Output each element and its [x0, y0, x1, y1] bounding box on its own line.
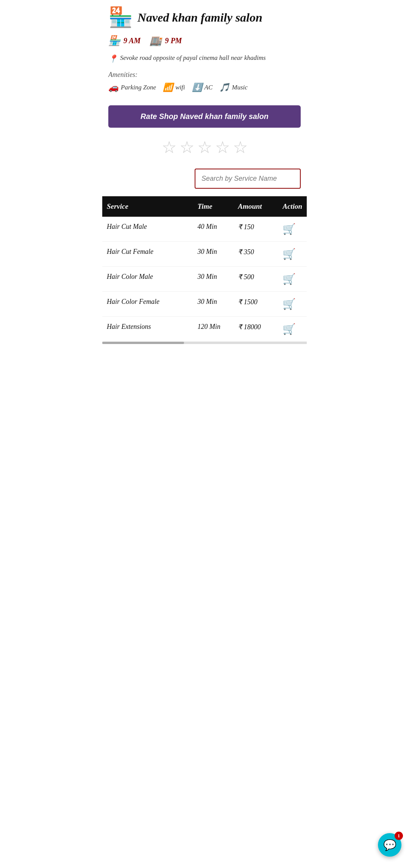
table-row: Hair Color Male 30 Min ₹ 500 🛒 [102, 267, 307, 292]
shop-header: 🏪 Naved khan family salon [102, 0, 307, 31]
search-input[interactable] [195, 169, 301, 189]
service-name: Hair Color Female [102, 292, 193, 317]
add-to-cart-button[interactable]: 🛒 [283, 298, 296, 310]
add-to-cart-button[interactable]: 🛒 [283, 223, 296, 235]
service-amount: ₹ 150 [233, 217, 278, 242]
table-header: Service Time Amount Action [102, 196, 307, 217]
cart-icon: 🛒 [283, 223, 296, 235]
service-name: Hair Color Male [102, 267, 193, 292]
service-time: 30 Min [193, 292, 233, 317]
location-pin-icon: 📍 [108, 54, 118, 63]
wifi-icon: 📶 [163, 83, 173, 92]
parking-icon: 🚗 [108, 83, 119, 92]
cart-icon: 🛒 [283, 248, 296, 260]
service-action[interactable]: 🛒 [278, 317, 307, 342]
service-action[interactable]: 🛒 [278, 267, 307, 292]
services-table: Service Time Amount Action Hair Cut Male… [102, 196, 307, 342]
close-time-label: 9 PM [165, 36, 182, 45]
amenity-ac-label: AC [204, 84, 213, 91]
service-amount: ₹ 350 [233, 242, 278, 267]
amenity-wifi: 📶 wifi [163, 83, 185, 92]
services-tbody: Hair Cut Male 40 Min ₹ 150 🛒 Hair Cut Fe… [102, 217, 307, 342]
star-5[interactable]: ☆ [233, 138, 248, 157]
add-to-cart-button[interactable]: 🛒 [283, 273, 296, 285]
hours-row: 🏪 9 AM 🏬 9 PM [102, 31, 307, 50]
add-to-cart-button[interactable]: 🛒 [283, 248, 296, 260]
amenity-ac: ⬇️ AC [192, 83, 213, 92]
rate-shop-button[interactable]: Rate Shop Naved khan family salon [108, 105, 301, 128]
star-3[interactable]: ☆ [197, 138, 212, 157]
cart-icon: 🛒 [283, 323, 296, 335]
shop-title: Naved khan family salon [137, 11, 262, 25]
table-row: Hair Color Female 30 Min ₹ 1500 🛒 [102, 292, 307, 317]
ac-icon: ⬇️ [192, 83, 202, 92]
service-name: Hair Cut Male [102, 217, 193, 242]
service-name: Hair Cut Female [102, 242, 193, 267]
amenities-section: Amenities: 🚗 Parking Zone 📶 wifi ⬇️ AC 🎵… [102, 67, 307, 96]
amenity-parking-label: Parking Zone [121, 84, 156, 91]
open-time-label: 9 AM [123, 36, 140, 45]
search-row [102, 165, 307, 196]
close-time: 🏬 9 PM [150, 35, 182, 47]
amenity-music-label: Music [232, 84, 248, 91]
service-amount: ₹ 500 [233, 267, 278, 292]
amenity-music: 🎵 Music [219, 83, 248, 92]
col-service: Service [102, 196, 193, 217]
table-row: Hair Cut Male 40 Min ₹ 150 🛒 [102, 217, 307, 242]
stars-rating[interactable]: ☆ ☆ ☆ ☆ ☆ [102, 134, 307, 165]
service-name: Hair Extensions [102, 317, 193, 342]
col-action: Action [278, 196, 307, 217]
location-row: 📍 Sevoke road opposite of payal cinema h… [102, 50, 307, 67]
service-time: 120 Min [193, 317, 233, 342]
service-time: 40 Min [193, 217, 233, 242]
location-text: Sevoke road opposite of payal cinema hal… [120, 54, 266, 62]
cart-icon: 🛒 [283, 273, 296, 285]
star-1[interactable]: ☆ [162, 138, 176, 157]
scrollbar-thumb[interactable] [102, 342, 184, 344]
amenity-parking: 🚗 Parking Zone [108, 83, 156, 92]
cart-icon: 🛒 [283, 298, 296, 310]
service-action[interactable]: 🛒 [278, 292, 307, 317]
star-2[interactable]: ☆ [180, 138, 194, 157]
service-amount: ₹ 18000 [233, 317, 278, 342]
service-time: 30 Min [193, 242, 233, 267]
service-amount: ₹ 1500 [233, 292, 278, 317]
shop-icon: 🏪 [108, 8, 133, 27]
service-action[interactable]: 🛒 [278, 217, 307, 242]
close-icon: 🏬 [150, 35, 162, 47]
table-row: Hair Cut Female 30 Min ₹ 350 🛒 [102, 242, 307, 267]
col-time: Time [193, 196, 233, 217]
col-amount: Amount [233, 196, 278, 217]
star-4[interactable]: ☆ [215, 138, 230, 157]
add-to-cart-button[interactable]: 🛒 [283, 323, 296, 335]
amenity-wifi-label: wifi [175, 84, 185, 91]
amenities-label: Amenities: [108, 71, 301, 79]
open-time: 🏪 9 AM [108, 35, 140, 47]
service-action[interactable]: 🛒 [278, 242, 307, 267]
service-time: 30 Min [193, 267, 233, 292]
open-icon: 🏪 [108, 35, 120, 47]
table-row: Hair Extensions 120 Min ₹ 18000 🛒 [102, 317, 307, 342]
amenities-list: 🚗 Parking Zone 📶 wifi ⬇️ AC 🎵 Music [108, 83, 301, 92]
scrollbar-track[interactable] [102, 342, 307, 344]
music-icon: 🎵 [219, 83, 229, 92]
